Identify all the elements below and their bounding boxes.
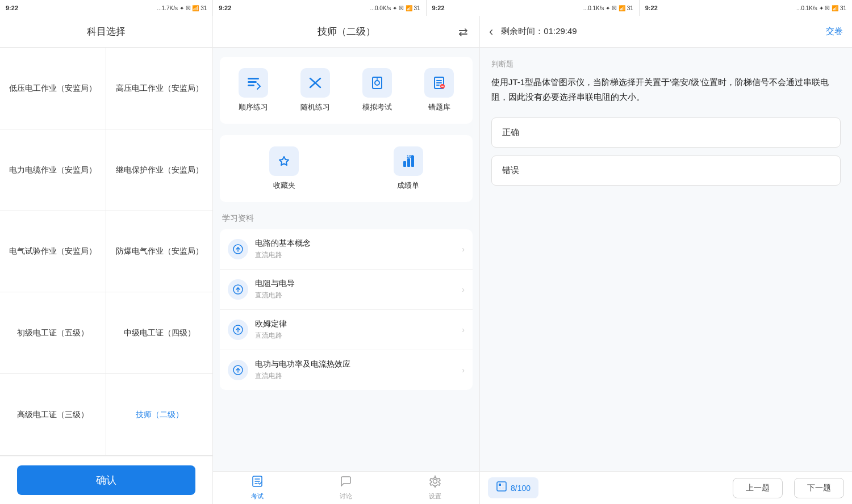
prev-button[interactable]: 上一题: [733, 478, 783, 498]
subject-item-9[interactable]: 高级电工证（三级）: [0, 374, 106, 456]
nav-exam[interactable]: 考试: [213, 475, 302, 501]
menu-title: 技师（二级）: [318, 25, 375, 38]
nav-discuss[interactable]: 讨论: [302, 475, 390, 501]
study-item-3[interactable]: 欧姆定律 直流电路 ›: [220, 310, 473, 350]
next-button[interactable]: 下一题: [794, 478, 844, 498]
panel-subject: 科目选择 低压电工作业（安监局） 高压电工作业（安监局） 电力电缆作业（安监局）…: [0, 16, 213, 504]
nav-discuss-label: 讨论: [340, 492, 352, 501]
signal-3: ...0.1K/s ✦ ☒ 📶 31: [583, 5, 633, 11]
svg-rect-13: [403, 161, 406, 167]
subject-item-7[interactable]: 初级电工证（五级）: [0, 292, 106, 374]
arrow-icon-3: ›: [462, 325, 465, 334]
search-icon[interactable]: ⇄: [458, 25, 468, 39]
subject-item-8[interactable]: 中级电工证（四级）: [106, 292, 212, 374]
time-4: 9:22: [645, 5, 658, 11]
menu-header: 技师（二级） ⇄: [213, 16, 479, 48]
subject-item-3[interactable]: 电力电缆作业（安监局）: [0, 129, 106, 211]
nav-settings-label: 设置: [429, 492, 441, 501]
menu-icon-mock[interactable]: 模拟考试: [350, 68, 405, 112]
status-bar-2: 9:22 ...0.0K/s ✦ ☒ 📶 31: [213, 0, 426, 16]
menu-icon-random[interactable]: 随机练习: [287, 68, 343, 112]
svg-rect-14: [407, 158, 410, 167]
subject-item-1[interactable]: 低压电工作业（安监局）: [0, 48, 106, 129]
study-name-3: 欧姆定律: [255, 319, 455, 329]
svg-rect-33: [499, 487, 501, 489]
study-sub-2: 直流电路: [255, 291, 455, 300]
study-item-1[interactable]: 电路的基本概念 直流电路 ›: [220, 229, 473, 270]
sequential-label: 顺序练习: [239, 102, 268, 112]
answer-option-2[interactable]: 错误: [491, 156, 841, 186]
status-bar-4: 9:22 ...0.1K/s ✦ ☒ 📶 31: [640, 0, 852, 16]
confirm-area: 确认: [0, 456, 212, 504]
bottom-nav: 考试 讨论 设置: [213, 471, 479, 504]
timer-label: 剩余时间：01:29:49: [501, 26, 820, 37]
random-icon: [300, 68, 330, 98]
study-name-4: 电功与电功率及电流热效应: [255, 359, 455, 369]
status-bar-row: 9:22 ...1.7K/s ✦ ☒ 📶 31 9:22 ...0.0K/s ✦…: [0, 0, 852, 16]
svg-rect-30: [497, 482, 506, 491]
progress-label: 8/100: [511, 484, 531, 493]
study-icon-3: [228, 320, 248, 340]
confirm-button[interactable]: 确认: [17, 465, 195, 495]
submit-button[interactable]: 交卷: [826, 26, 843, 37]
study-sub-3: 直流电路: [255, 331, 455, 341]
subject-item-10[interactable]: 技师（二级）: [106, 374, 212, 456]
subject-title: 科目选择: [87, 25, 126, 38]
menu-icons-row2: 收藏夹 100 成绩单: [220, 135, 473, 202]
question-type: 判断题: [491, 59, 841, 69]
menu-icon-favorites[interactable]: 收藏夹: [225, 146, 343, 191]
subject-item-2[interactable]: 高压电工作业（安监局）: [106, 48, 212, 129]
subject-item-4[interactable]: 继电保护作业（安监局）: [106, 129, 212, 211]
subject-item-6[interactable]: 防爆电气作业（安监局）: [106, 211, 212, 293]
menu-icons-grid: 顺序练习 随机练习: [220, 57, 473, 124]
status-bar-1: 9:22 ...1.7K/s ✦ ☒ 📶 31: [0, 0, 213, 16]
exam-bottom-bar: 8/100 上一题 下一题: [480, 471, 852, 504]
svg-text:100: 100: [407, 154, 414, 158]
exam-header: ‹ 剩余时间：01:29:49 交卷: [480, 16, 852, 48]
random-label: 随机练习: [300, 102, 330, 112]
back-button[interactable]: ‹: [489, 24, 493, 39]
favorites-icon: [269, 146, 299, 176]
study-item-4[interactable]: 电功与电功率及电流热效应 直流电路 ›: [220, 350, 473, 390]
svg-rect-0: [248, 78, 259, 79]
question-text: 使用JT-1型晶体管图示仪，当阶梯选择开关置于'毫安/级'位置时，阶梯信号不会通…: [491, 75, 841, 104]
answer-card-button[interactable]: 8/100: [488, 477, 538, 498]
panel-exam: ‹ 剩余时间：01:29:49 交卷 判断题 使用JT-1型晶体管图示仪，当阶梯…: [480, 16, 852, 504]
menu-content: 顺序练习 随机练习: [213, 48, 479, 471]
svg-point-29: [433, 480, 437, 484]
study-icon-2: [228, 279, 248, 300]
study-sub-4: 直流电路: [255, 371, 455, 381]
answer-option-1[interactable]: 正确: [491, 117, 841, 148]
study-list: 电路的基本概念 直流电路 › 电阻与电导: [220, 229, 473, 390]
time-3: 9:22: [432, 5, 445, 11]
study-item-2[interactable]: 电阻与电导 直流电路 ›: [220, 270, 473, 310]
study-sub-1: 直流电路: [255, 250, 455, 260]
mistakes-icon: [424, 68, 454, 98]
menu-icon-scores[interactable]: 100 成绩单: [350, 146, 467, 191]
settings-nav-icon: [429, 475, 441, 490]
nav-exam-label: 考试: [251, 492, 264, 501]
study-name-2: 电阻与电导: [255, 279, 455, 289]
mock-label: 模拟考试: [362, 102, 392, 112]
signal-2: ...0.0K/s ✦ ☒ 📶 31: [370, 5, 420, 11]
subject-header: 科目选择: [0, 16, 212, 48]
arrow-icon-4: ›: [462, 366, 465, 375]
sequential-icon: [239, 68, 268, 98]
exam-nav-icon: [251, 475, 264, 490]
scores-label: 成绩单: [397, 180, 419, 191]
signal-1: ...1.7K/s ✦ ☒ 📶 31: [157, 5, 207, 11]
exam-body: 判断题 使用JT-1型晶体管图示仪，当阶梯选择开关置于'毫安/级'位置时，阶梯信…: [480, 48, 852, 471]
menu-icon-mistakes[interactable]: 错题库: [412, 68, 467, 112]
signal-4: ...0.1K/s ✦ ☒ 📶 31: [796, 5, 846, 11]
arrow-icon-1: ›: [462, 245, 465, 254]
svg-rect-34: [502, 487, 504, 489]
scores-icon: 100: [394, 146, 423, 176]
study-section-title: 学习资料: [220, 213, 473, 224]
subject-item-5[interactable]: 电气试验作业（安监局）: [0, 211, 106, 293]
nav-settings[interactable]: 设置: [391, 475, 479, 501]
svg-rect-32: [502, 484, 504, 486]
favorites-label: 收藏夹: [273, 180, 295, 191]
panel-menu: 技师（二级） ⇄ 顺序练习: [213, 16, 480, 504]
menu-icon-sequential[interactable]: 顺序练习: [225, 68, 281, 112]
time-2: 9:22: [219, 5, 231, 11]
